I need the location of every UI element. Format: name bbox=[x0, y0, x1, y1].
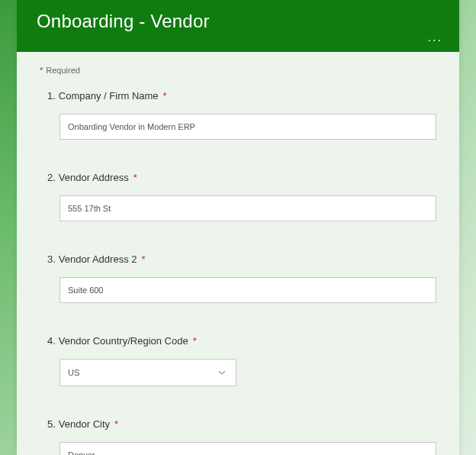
question-number: 4. bbox=[47, 335, 56, 347]
question-text: Vendor Address bbox=[59, 172, 129, 183]
question-label: 3. Vendor Address 2 * bbox=[40, 253, 436, 265]
question-number: 3. bbox=[47, 253, 56, 265]
question-number: 1. bbox=[47, 90, 56, 102]
question-number: 2. bbox=[47, 172, 56, 183]
form-header: Onboarding - Vendor ... bbox=[17, 0, 459, 52]
question-label: 2. Vendor Address * bbox=[40, 172, 436, 183]
required-marker: * bbox=[133, 172, 137, 183]
page-title: Onboarding - Vendor bbox=[37, 11, 439, 32]
vendor-city-input[interactable] bbox=[60, 442, 436, 455]
chevron-down-icon bbox=[217, 368, 227, 377]
required-asterisk: * bbox=[40, 66, 43, 75]
country-region-select[interactable]: US bbox=[60, 359, 236, 386]
question-text: Vendor Address 2 bbox=[59, 253, 137, 265]
question-label: 4. Vendor Country/Region Code * bbox=[40, 335, 436, 347]
form-page: Onboarding - Vendor ... *Required 1. Com… bbox=[17, 0, 459, 455]
question-vendor-address-2: 3. Vendor Address 2 * bbox=[40, 253, 436, 303]
question-country-region: 4. Vendor Country/Region Code * US bbox=[40, 335, 436, 386]
vendor-address-input[interactable] bbox=[60, 195, 436, 221]
question-label: 5. Vendor City * bbox=[40, 418, 436, 430]
question-label: 1. Company / Firm Name * bbox=[40, 90, 436, 102]
question-vendor-city: 5. Vendor City * bbox=[40, 418, 436, 455]
required-marker: * bbox=[193, 335, 197, 347]
question-text: Vendor City bbox=[59, 418, 110, 430]
question-vendor-address: 2. Vendor Address * bbox=[40, 172, 436, 221]
required-marker: * bbox=[114, 418, 118, 430]
question-company-name: 1. Company / Firm Name * bbox=[40, 90, 436, 140]
question-text: Vendor Country/Region Code bbox=[59, 335, 188, 347]
company-name-input[interactable] bbox=[60, 114, 436, 140]
required-text: Required bbox=[46, 66, 80, 75]
select-value: US bbox=[68, 368, 79, 377]
required-marker: * bbox=[163, 90, 167, 102]
required-marker: * bbox=[141, 253, 145, 265]
more-options-button[interactable]: ... bbox=[428, 31, 442, 44]
vendor-address-2-input[interactable] bbox=[60, 277, 436, 303]
question-text: Company / Firm Name bbox=[59, 90, 159, 102]
question-number: 5. bbox=[47, 418, 56, 430]
form-body: *Required 1. Company / Firm Name * 2. Ve… bbox=[17, 52, 459, 455]
required-note: *Required bbox=[40, 66, 436, 75]
